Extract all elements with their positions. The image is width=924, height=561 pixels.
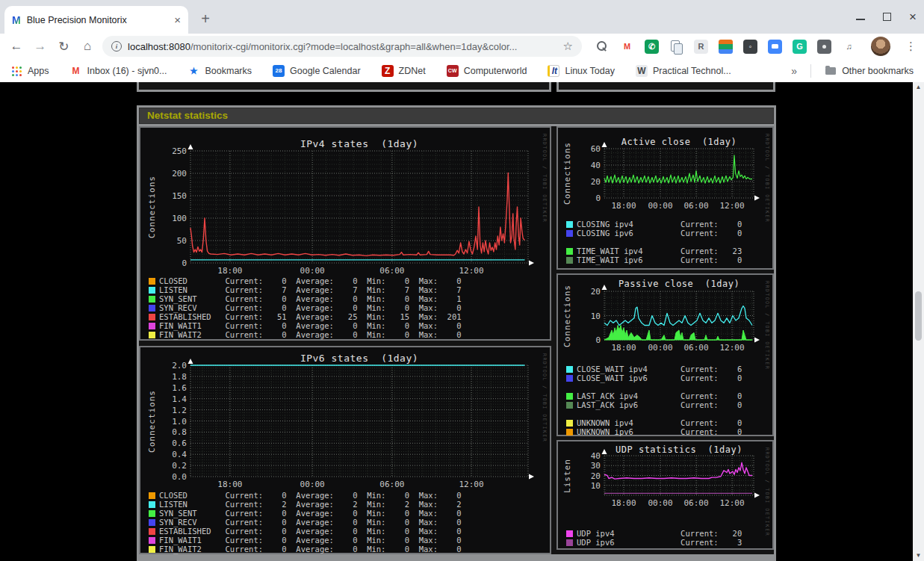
- legend-swatch: [149, 287, 155, 294]
- bookmark-linux-today[interactable]: ltLinux Today: [548, 65, 615, 77]
- legend-swatch: [149, 278, 155, 285]
- monitorix-favicon-icon: M: [12, 14, 21, 26]
- reload-button[interactable]: ↻: [55, 37, 73, 55]
- other-bookmarks-button[interactable]: Other bookmarks: [825, 65, 914, 77]
- puzzle-extensions-icon[interactable]: [817, 40, 831, 54]
- svg-text:1.4: 1.4: [172, 394, 187, 404]
- legend-swatch: [566, 420, 573, 427]
- active-tab[interactable]: M Blue Precision Monitorix ×: [4, 6, 188, 34]
- new-tab-button[interactable]: +: [196, 9, 215, 28]
- books-stack-icon[interactable]: [719, 40, 733, 54]
- browser-window: M Blue Precision Monitorix × + × ← → ↻ ⌂…: [0, 0, 924, 561]
- profile-avatar[interactable]: [871, 37, 890, 56]
- bookmark-label: Apps: [28, 66, 49, 76]
- dark-app-icon[interactable]: ◦: [743, 40, 757, 54]
- netstat-graphs: 05010015020025018:0000:0006:0012:00IPv4 …: [139, 126, 774, 554]
- voice-icon[interactable]: ✆: [645, 40, 659, 54]
- legend-swatch: [149, 528, 155, 535]
- home-button[interactable]: ⌂: [78, 37, 96, 55]
- back-button[interactable]: ←: [7, 37, 25, 55]
- bookmark-star-icon[interactable]: ☆: [563, 40, 573, 53]
- bookmark-label: Practical Technol...: [653, 66, 731, 76]
- svg-text:20: 20: [591, 471, 601, 481]
- legend-text: CLOSED Current: 0 Average: 0 Min: 0 Max:…: [159, 491, 462, 500]
- rrdtool-watermark: RRDTOOL / TOBI OETIKER: [542, 134, 548, 223]
- legend-swatch: [566, 366, 573, 373]
- calendar-icon: 28: [273, 65, 285, 77]
- legend-row: FIN_WAIT2 Current: 0 Average: 0 Min: 0 M…: [149, 545, 547, 554]
- svg-text:00:00: 00:00: [648, 343, 672, 353]
- svg-text:12:00: 12:00: [459, 480, 484, 489]
- legend-swatch: [149, 314, 155, 320]
- bookmark-zdnet[interactable]: ZZDNet: [382, 65, 426, 77]
- passive-close-ylabel: Connections: [562, 285, 572, 347]
- bookmarks-overflow-chevron[interactable]: »: [791, 65, 797, 77]
- ipv4-states-title: IPv4 states (1day): [190, 138, 528, 149]
- url-host: localhost:8080: [128, 41, 190, 52]
- legend-swatch: [149, 296, 155, 303]
- legend-swatch: [566, 375, 573, 382]
- maximize-button[interactable]: [883, 13, 891, 21]
- computerworld-icon: CW: [447, 65, 459, 77]
- grammarly-icon[interactable]: G: [793, 40, 807, 54]
- tab-title: Blue Precision Monitorix: [27, 15, 169, 25]
- svg-text:0: 0: [595, 335, 601, 345]
- search-extension-icon[interactable]: [595, 40, 610, 54]
- rrdtool-watermark: RRDTOOL / TOBI OETIKER: [764, 134, 770, 223]
- chart-panel-ipv4-states: 05010015020025018:0000:0006:0012:00IPv4 …: [139, 126, 551, 341]
- forward-button[interactable]: →: [31, 37, 49, 55]
- url-text[interactable]: localhost:8080/monitorix-cgi/monitorix.c…: [128, 41, 556, 52]
- legend-row: CLOSING ipv6 Current: 0: [566, 229, 769, 238]
- previous-graph-bottom-right: [556, 82, 775, 92]
- legend-row: SYN_SENT Current: 0 Average: 0 Min: 0 Ma…: [149, 294, 547, 303]
- page-scrollbar[interactable]: ▲ ▼: [913, 82, 924, 561]
- legend-text: ESTABLISHED Current: 0 Average: 0 Min: 0…: [159, 527, 462, 536]
- playlist-icon[interactable]: ♫: [842, 40, 856, 54]
- legend-text: UNKNOWN ipv6 Current: 0: [577, 427, 742, 436]
- svg-text:20: 20: [591, 177, 601, 187]
- svg-text:18:00: 18:00: [611, 201, 636, 211]
- copy-pages-icon[interactable]: [669, 40, 683, 54]
- legend-swatch: [566, 539, 573, 546]
- browser-menu-icon[interactable]: ⋮: [905, 40, 917, 53]
- tab-close-icon[interactable]: ×: [174, 14, 181, 25]
- svg-text:18:00: 18:00: [217, 266, 242, 276]
- legend-swatch: [149, 305, 155, 312]
- legend-row: SYN_RECV Current: 0 Average: 0 Min: 0 Ma…: [149, 303, 547, 312]
- svg-text:00:00: 00:00: [648, 201, 672, 211]
- legend-swatch: [566, 429, 573, 436]
- legend-row: UDP ipv4 Current: 20: [566, 529, 769, 538]
- legend-row: UNKNOWN ipv4 Current: 0: [566, 418, 769, 427]
- svg-text:30: 30: [591, 461, 601, 471]
- legend-text: SYN_SENT Current: 0 Average: 0 Min: 0 Ma…: [159, 294, 462, 303]
- scroll-down-icon[interactable]: ▼: [913, 551, 924, 561]
- bookmark-computerworld[interactable]: CWComputerworld: [447, 65, 527, 77]
- gmail-icon[interactable]: M: [620, 40, 634, 54]
- legend-row: CLOSE_WAIT ipv4 Current: 6: [566, 365, 769, 374]
- minimize-button[interactable]: [856, 19, 865, 20]
- svg-text:100: 100: [172, 214, 187, 223]
- zoom-camera-icon[interactable]: [768, 40, 782, 54]
- legend-text: FIN_WAIT2 Current: 0 Average: 0 Min: 0 M…: [159, 545, 462, 554]
- page-info-icon[interactable]: i: [111, 41, 122, 52]
- bookmark-google-calendar[interactable]: 28Google Calendar: [273, 65, 361, 77]
- legend-text: LISTEN Current: 2 Average: 2 Min: 2 Max:…: [159, 500, 462, 509]
- legend-text: FIN_WAIT1 Current: 0 Average: 0 Min: 0 M…: [159, 321, 462, 330]
- scroll-up-icon[interactable]: ▲: [913, 82, 924, 93]
- scrollbar-thumb[interactable]: [915, 291, 922, 341]
- bookmark-practical-tech[interactable]: WPractical Technol...: [636, 65, 731, 77]
- r-extension-icon[interactable]: R: [694, 40, 708, 54]
- svg-text:18:00: 18:00: [217, 480, 242, 489]
- legend-swatch: [149, 501, 155, 508]
- bookmark-bookmarks[interactable]: ★Bookmarks: [188, 65, 252, 77]
- legend-swatch: [149, 537, 155, 544]
- legend-text: CLOSE_WAIT ipv6 Current: 0: [577, 374, 742, 382]
- legend-swatch: [566, 402, 573, 409]
- close-window-button[interactable]: ×: [909, 10, 917, 23]
- bookmark-inbox[interactable]: MInbox (16) - sjvn0...: [70, 65, 167, 77]
- svg-text:12:00: 12:00: [719, 201, 744, 211]
- bookmark-apps[interactable]: Apps: [10, 65, 49, 77]
- extensions-row: M✆R◦G♫: [595, 40, 856, 54]
- address-bar[interactable]: i localhost:8080/monitorix-cgi/monitorix…: [102, 36, 582, 57]
- legend-row: CLOSED Current: 0 Average: 0 Min: 0 Max:…: [149, 491, 547, 500]
